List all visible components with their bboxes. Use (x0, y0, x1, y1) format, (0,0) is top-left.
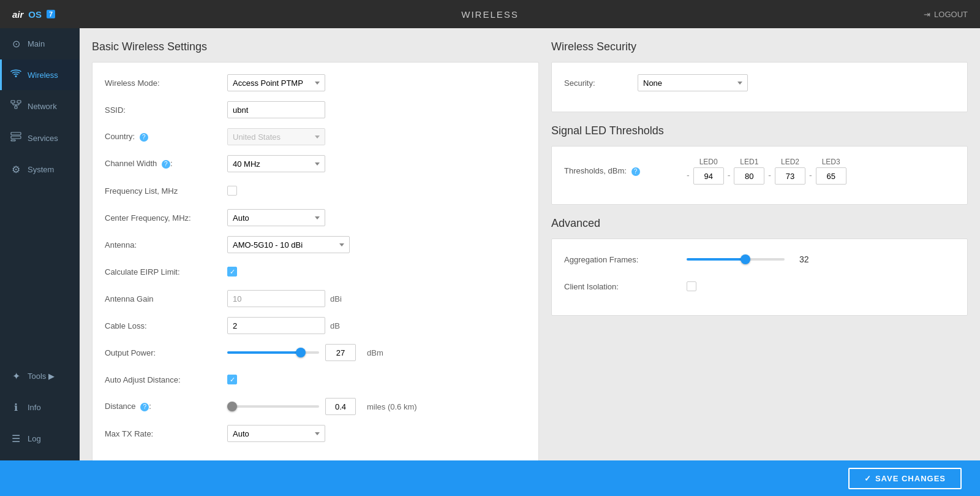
led-thresholds-row: Thresholds, dBm: ? - LED0 - LED1 - (564, 158, 955, 185)
agg-frames-row: Aggregation Frames: 32 (564, 250, 955, 269)
led-minus-2: - (768, 170, 771, 180)
sidebar-item-services[interactable]: Services (0, 122, 80, 154)
tools-icon: ✦ (10, 370, 21, 382)
sidebar-label-tools: Tools ▶ (28, 372, 55, 381)
right-panel: Wireless Security Security: None WPA2 WP… (551, 40, 968, 448)
sidebar-item-wireless[interactable]: Wireless (0, 59, 80, 90)
distance-thumb[interactable] (227, 402, 237, 411)
logout-icon: ⇥ (924, 10, 930, 19)
antenna-select[interactable]: AMO-5G10 - 10 dBi AMO-5G13 - 13 dBi (227, 236, 350, 253)
svg-rect-9 (11, 136, 21, 139)
logo-air-text: air (12, 9, 23, 20)
signal-led-title: Signal LED Thresholds (551, 124, 968, 137)
svg-rect-10 (11, 140, 15, 141)
sidebar-item-network[interactable]: Network (0, 90, 80, 122)
advanced-title: Advanced (551, 217, 968, 230)
cable-loss-input[interactable] (227, 317, 325, 334)
agg-frames-value: 32 (799, 254, 809, 264)
security-select[interactable]: None WPA2 WPA (638, 74, 748, 91)
sidebar: ⊙ Main Wireless (0, 28, 80, 460)
led2-group: LED2 (775, 158, 805, 185)
led0-input[interactable] (693, 167, 724, 185)
led1-input[interactable] (734, 167, 764, 185)
sidebar-label-network: Network (28, 102, 57, 111)
max-tx-select[interactable]: Auto 6 Mbps 12 Mbps 24 Mbps 54 Mbps (227, 425, 325, 442)
network-icon (10, 100, 21, 112)
logout-button[interactable]: ⇥ LOGOUT (924, 10, 968, 19)
antenna-row: Antenna: AMO-5G10 - 10 dBi AMO-5G13 - 13… (105, 235, 526, 254)
led2-label: LED2 (781, 158, 799, 166)
agg-frames-slider-container: 32 (687, 254, 809, 264)
led-minus-1: - (728, 170, 731, 180)
led-minus-3: - (809, 170, 812, 180)
agg-frames-thumb[interactable] (741, 254, 750, 264)
output-power-input[interactable] (325, 344, 356, 361)
country-row: Country: ? United States (105, 128, 526, 146)
channel-help-icon[interactable]: ? (162, 160, 170, 169)
ssid-input[interactable] (227, 101, 325, 118)
footer: ✓ SAVE CHANGES (0, 460, 980, 496)
sidebar-label-services: Services (28, 134, 58, 143)
led3-input[interactable] (816, 167, 846, 185)
distance-help-icon[interactable]: ? (140, 403, 149, 411)
led0-label: LED0 (699, 158, 718, 166)
output-power-thumb[interactable] (296, 348, 306, 357)
center-freq-select[interactable]: Auto 5180 5200 (227, 209, 325, 226)
logo: airOS7 (12, 9, 55, 20)
content-area: Basic Wireless Settings Wireless Mode: A… (80, 28, 980, 460)
sidebar-label-system: System (28, 165, 54, 174)
max-tx-row: Max TX Rate: Auto 6 Mbps 12 Mbps 24 Mbps… (105, 424, 526, 443)
distance-unit: miles (0.6 km) (367, 402, 417, 411)
country-select[interactable]: United States (227, 128, 325, 145)
led-help-icon[interactable]: ? (631, 167, 640, 176)
antenna-gain-input[interactable] (227, 290, 325, 307)
antenna-gain-label: Antenna Gain (105, 294, 227, 303)
country-help-icon[interactable]: ? (140, 133, 148, 142)
distance-track[interactable] (227, 405, 319, 408)
distance-input[interactable] (325, 398, 356, 415)
client-isolation-checkbox[interactable] (687, 281, 696, 291)
calc-eirp-label: Calculate EIRP Limit: (105, 267, 227, 277)
calc-eirp-checkbox[interactable] (227, 267, 237, 277)
sidebar-item-info[interactable]: ℹ Info (0, 392, 80, 423)
logout-label: LOGOUT (934, 10, 968, 19)
auto-adjust-checkbox[interactable] (227, 375, 237, 384)
wireless-mode-label: Wireless Mode: (105, 78, 227, 88)
main-icon: ⊙ (10, 38, 21, 50)
wireless-mode-select[interactable]: Access Point PTMP Access Point WDS Stati… (227, 74, 325, 91)
sidebar-item-system[interactable]: ⚙ System (0, 154, 80, 185)
led3-group: LED3 (816, 158, 846, 185)
auto-adjust-label: Auto Adjust Distance: (105, 375, 227, 384)
output-power-row: Output Power: dBm (105, 343, 526, 362)
output-power-track[interactable] (227, 351, 319, 354)
freq-list-checkbox[interactable] (227, 186, 237, 196)
wireless-mode-row: Wireless Mode: Access Point PTMP Access … (105, 74, 526, 92)
led3-label: LED3 (822, 158, 840, 166)
sidebar-label-wireless: Wireless (28, 71, 58, 80)
freq-list-row: Frequency List, MHz (105, 181, 526, 200)
channel-width-select[interactable]: 20 MHz 40 MHz 80 MHz (227, 155, 325, 172)
svg-rect-1 (11, 101, 15, 103)
logo-version-badge: 7 (47, 10, 55, 18)
ssid-label: SSID: (105, 105, 227, 115)
sidebar-item-main[interactable]: ⊙ Main (0, 28, 80, 59)
distance-row: Distance ?: miles (0.6 km) (105, 397, 526, 416)
sidebar-item-log[interactable]: ☰ Log (0, 423, 80, 454)
output-power-fill (227, 351, 301, 354)
distance-label: Distance ?: (105, 402, 227, 411)
auto-adjust-row: Auto Adjust Distance: (105, 370, 526, 389)
signal-led-card: Thresholds, dBm: ? - LED0 - LED1 - (551, 146, 968, 205)
svg-rect-2 (15, 106, 17, 109)
antenna-gain-unit: dBi (330, 294, 342, 303)
save-changes-button[interactable]: ✓ SAVE CHANGES (848, 468, 962, 489)
sidebar-label-log: Log (28, 434, 41, 443)
sidebar-item-tools[interactable]: ✦ Tools ▶ (0, 361, 80, 392)
sidebar-label-info: Info (28, 403, 41, 412)
agg-frames-track[interactable] (687, 258, 785, 261)
led1-group: LED1 (734, 158, 764, 185)
ssid-row: SSID: (105, 101, 526, 119)
distance-slider-container: miles (0.6 km) (227, 398, 417, 415)
client-isolation-label: Client Isolation: (564, 282, 687, 291)
led2-input[interactable] (775, 167, 805, 185)
client-isolation-row: Client Isolation: (564, 277, 955, 296)
